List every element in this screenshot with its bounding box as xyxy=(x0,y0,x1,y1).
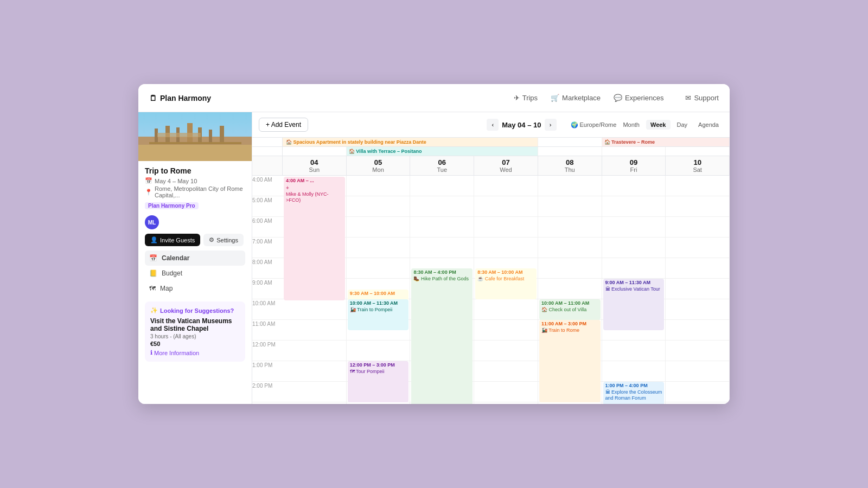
banner2-empty-fri xyxy=(602,147,666,156)
event-hike[interactable]: 8:30 AM – 4:00 PM 🥾 Hike Path of the God… xyxy=(411,268,473,404)
add-event-button[interactable]: + Add Event xyxy=(259,118,308,132)
time-4am: 4:00 AM xyxy=(252,176,283,196)
sidebar-action-buttons: 👤 Invite Guests ⚙ Settings xyxy=(145,234,245,246)
header-sat: 10 Sat xyxy=(666,156,730,175)
invite-icon: 👤 xyxy=(150,236,158,243)
event-cafe[interactable]: 8:30 AM – 10:00 AM ☕ Cafe for Breakfast xyxy=(475,268,537,299)
day-col-tue: 8:30 AM – 4:00 PM 🥾 Hike Path of the God… xyxy=(410,176,474,404)
trip-title: Trip to Rome xyxy=(145,166,245,175)
avatar: ML xyxy=(145,215,159,229)
body: Trip to Rome 📅 May 4 – May 10 📍 Rome, Me… xyxy=(138,112,730,404)
svg-rect-8 xyxy=(209,130,212,142)
nav-trips[interactable]: ✈ Trips xyxy=(514,94,538,102)
info-icon: ℹ xyxy=(150,349,152,356)
day-col-sat xyxy=(666,176,730,404)
event-flight[interactable]: 4:00 AM – ... + Mike & Molly (NYC->FCO) xyxy=(284,177,345,300)
invite-guests-button[interactable]: 👤 Invite Guests xyxy=(145,234,200,246)
header-fri: 09 Fri xyxy=(602,156,666,175)
sidebar-item-budget[interactable]: 📒 Budget xyxy=(145,266,245,281)
day-col-thu: 10:00 AM – 11:00 AM 🏠 Check out of Villa… xyxy=(538,176,602,404)
event-train-rome[interactable]: 11:00 AM – 3:00 PM 🚂 Train to Rome xyxy=(539,320,601,402)
svg-rect-11 xyxy=(149,142,241,144)
banner2-empty-sun xyxy=(283,147,347,156)
banner-time-spacer xyxy=(252,138,283,146)
suggestion-meta: 3 hours - (All ages) xyxy=(150,333,240,339)
day-col-sun: 4:00 AM – ... + Mike & Molly (NYC->FCO) xyxy=(283,176,347,404)
gear-icon: ⚙ xyxy=(209,236,214,243)
header-thu: 08 Thu xyxy=(538,156,602,175)
view-agenda-button[interactable]: Agenda xyxy=(694,120,723,130)
view-month-button[interactable]: Month xyxy=(618,120,644,130)
banner-apartment: 🏠 Spacious Apartment in stately building… xyxy=(283,138,538,146)
event-tour-pompeii[interactable]: 12:00 PM – 3:00 PM 🗺 Tour Pompeii xyxy=(348,361,409,402)
time-10am: 10:00 AM xyxy=(252,299,283,320)
trip-image xyxy=(138,112,252,161)
pro-badge: Plan Harmony Pro xyxy=(145,202,199,209)
time-12pm: 12:00 PM xyxy=(252,341,283,361)
more-info-button[interactable]: ℹ More Information xyxy=(150,349,199,356)
day-col-fri: 9:00 AM – 11:30 AM 🏛 Exclusive Vatican T… xyxy=(602,176,666,404)
banner-row-1: 🏠 Spacious Apartment in stately building… xyxy=(252,138,730,147)
time-2pm: 2:00 PM xyxy=(252,382,283,402)
app-logo[interactable]: 🗒 Plan Harmony xyxy=(149,94,211,102)
svg-rect-6 xyxy=(187,123,193,142)
time-8am: 8:00 AM xyxy=(252,258,283,279)
suggestion-price: €50 xyxy=(150,341,240,347)
header-wed: 07 Wed xyxy=(474,156,538,175)
header-tue: 06 Tue xyxy=(410,156,474,175)
app-window: 🗒 Plan Harmony ✈ Trips 🛒 Marketplace 💬 E… xyxy=(138,84,730,404)
sidebar-item-map[interactable]: 🗺 Map xyxy=(145,281,245,296)
calendar-nav-icon: 📅 xyxy=(149,254,157,262)
event-colosseum[interactable]: 1:00 PM – 4:00 PM 🏛 Explore the Colosseu… xyxy=(603,382,665,404)
trip-dates: 📅 May 4 – May 10 xyxy=(145,177,245,184)
event-930[interactable]: 9:30 AM – 10:00 AM xyxy=(348,290,409,300)
trip-location: 📍 Rome, Metropolitan City of Rome Capita… xyxy=(145,185,245,198)
view-day-button[interactable]: Day xyxy=(673,120,692,130)
budget-icon: 📒 xyxy=(149,269,157,277)
globe-icon: 🌍 xyxy=(571,121,578,129)
time-column: 4:00 AM 5:00 AM 6:00 AM 7:00 AM 8:00 AM … xyxy=(252,176,283,404)
support-icon: ✉ xyxy=(685,94,691,102)
banner-villa: 🏠 Villa with Terrace – Positano xyxy=(347,147,538,156)
header-mon: 05 Mon xyxy=(347,156,411,175)
grid-body: 4:00 AM 5:00 AM 6:00 AM 7:00 AM 8:00 AM … xyxy=(252,176,730,404)
event-vatican[interactable]: 9:00 AM – 11:30 AM 🏛 Exclusive Vatican T… xyxy=(603,279,665,330)
timezone: 🌍 Europe/Rome xyxy=(571,121,617,129)
banner-trastevere: 🏠 Trastevere – Rome xyxy=(602,138,730,146)
suggestions-section: ✨ Looking for Suggestions? Visit the Vat… xyxy=(145,301,245,362)
time-6am: 6:00 AM xyxy=(252,217,283,237)
location-icon: 📍 xyxy=(145,189,152,196)
experiences-icon: 💬 xyxy=(614,94,622,102)
nav-experiences[interactable]: 💬 Experiences xyxy=(614,94,664,102)
calendar-nav: ‹ May 04 – 10 › xyxy=(487,119,556,131)
sidebar-item-calendar[interactable]: 📅 Calendar xyxy=(145,251,245,266)
support-link[interactable]: ✉ Support xyxy=(685,94,719,102)
sidebar-content: Trip to Rome 📅 May 4 – May 10 📍 Rome, Me… xyxy=(138,161,252,404)
suggestions-title: ✨ Looking for Suggestions? xyxy=(150,307,240,314)
time-3pm: 3:00 PM xyxy=(252,402,283,404)
settings-button[interactable]: ⚙ Settings xyxy=(203,234,244,246)
header-sun: 04 Sun xyxy=(283,156,347,175)
event-checkout[interactable]: 10:00 AM – 11:00 AM 🏠 Check out of Villa xyxy=(539,299,601,320)
time-7am: 7:00 AM xyxy=(252,237,283,258)
event-train-pompeii[interactable]: 10:00 AM – 11:30 AM 🚂 Train to Pompeii xyxy=(348,299,409,330)
calendar-toolbar: + Add Event ‹ May 04 – 10 › 🌍 Europe/Rom… xyxy=(252,112,730,138)
banner2-empty-thu xyxy=(538,147,602,156)
day-header-row: 04 Sun 05 Mon 06 Tue 07 Wed xyxy=(252,156,730,176)
banner2-empty-sat xyxy=(666,147,730,156)
calendar-grid: 🏠 Spacious Apartment in stately building… xyxy=(252,138,730,404)
time-5am: 5:00 AM xyxy=(252,196,283,217)
trips-icon: ✈ xyxy=(514,94,520,102)
calendar-view-options: 🌍 Europe/Rome Month Week Day Agenda xyxy=(571,120,724,130)
sparkle-icon: ✨ xyxy=(150,307,158,314)
logo-icon: 🗒 xyxy=(149,94,157,102)
nav-marketplace[interactable]: 🛒 Marketplace xyxy=(551,94,601,102)
view-week-button[interactable]: Week xyxy=(646,120,671,130)
header: 🗒 Plan Harmony ✈ Trips 🛒 Marketplace 💬 E… xyxy=(138,84,730,112)
next-week-button[interactable]: › xyxy=(545,119,557,131)
calendar-icon: 📅 xyxy=(145,177,152,184)
header-nav: ✈ Trips 🛒 Marketplace 💬 Experiences xyxy=(514,94,664,102)
banner2-time-spacer xyxy=(252,147,283,156)
day-col-mon: 9:30 AM – 10:00 AM 10:00 AM – 11:30 AM 🚂… xyxy=(347,176,411,404)
prev-week-button[interactable]: ‹ xyxy=(487,119,499,131)
